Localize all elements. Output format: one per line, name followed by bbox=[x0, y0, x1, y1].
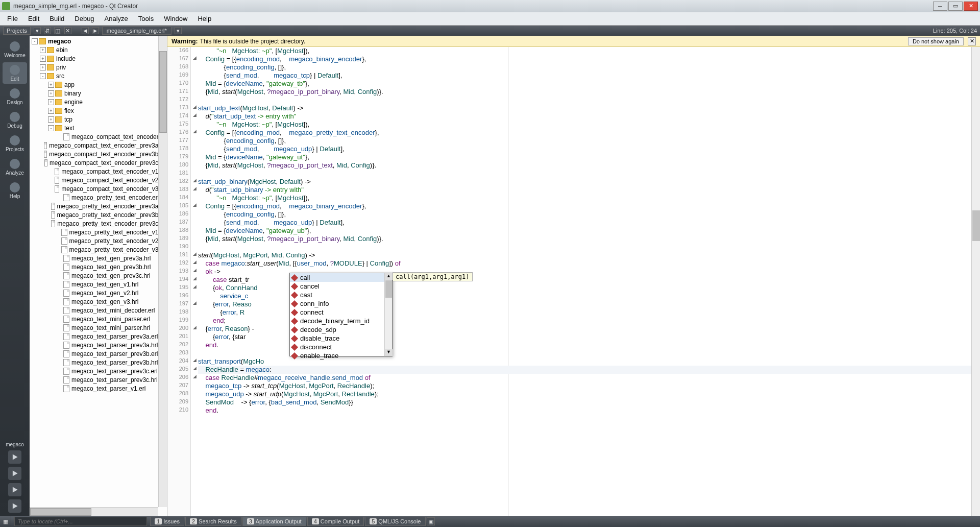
code-line[interactable]: {encoding_config, []}, bbox=[198, 210, 971, 219]
back-icon[interactable]: ◄ bbox=[82, 27, 89, 34]
tree-file[interactable]: megaco_pretty_text_encoder_prev3a.erl bbox=[30, 202, 167, 210]
tree-folder[interactable]: -megaco bbox=[30, 37, 167, 45]
filter-icon[interactable]: ▾ bbox=[34, 27, 41, 34]
expand-icon[interactable]: - bbox=[40, 73, 46, 79]
autocomplete-item[interactable]: cancel bbox=[290, 282, 392, 291]
autocomplete-scrollbar[interactable]: ▲ ▼ bbox=[384, 273, 392, 356]
tree-file[interactable]: megaco_text_mini_parser.erl bbox=[30, 315, 167, 323]
autocomplete-item[interactable]: cast bbox=[290, 291, 392, 299]
tree-file[interactable]: megaco_text_gen_prev3b.hrl bbox=[30, 262, 167, 271]
run-icon[interactable] bbox=[8, 467, 21, 480]
code-line[interactable]: {send_mod, megaco_tcp} | Default], bbox=[198, 71, 971, 80]
maximize-button[interactable]: ▭ bbox=[948, 2, 963, 11]
tree-file[interactable]: megaco_pretty_text_encoder.erl bbox=[30, 193, 167, 202]
tree-file[interactable]: megaco_text_parser_prev3b.hrl bbox=[30, 358, 167, 367]
output-tab-qml-js-console[interactable]: 5QML/JS Console bbox=[365, 517, 425, 526]
expand-icon[interactable]: - bbox=[48, 125, 54, 131]
autocomplete-item[interactable]: disconnect bbox=[290, 343, 392, 351]
tree-file[interactable]: megaco_pretty_text_encoder_v2.erl bbox=[30, 236, 167, 245]
tree-file[interactable]: megaco_compact_text_encoder_v1.erl bbox=[30, 167, 167, 176]
menu-window[interactable]: Window bbox=[159, 13, 192, 24]
debug-run-icon[interactable] bbox=[8, 483, 21, 496]
code-line[interactable]: megaco_tcp -> start_tcp(MgcHost, MgcPort… bbox=[198, 382, 971, 390]
code-line[interactable]: "~n MgcHost: ~p", [MgcHost]), bbox=[198, 47, 971, 55]
tree-folder[interactable]: +tcp bbox=[30, 115, 167, 124]
tree-file[interactable]: megaco_compact_text_encoder_v2.erl bbox=[30, 176, 167, 184]
code-line[interactable] bbox=[198, 170, 971, 178]
tree-file[interactable]: megaco_text_gen_prev3a.hrl bbox=[30, 254, 167, 262]
open-file-dropdown[interactable]: megaco_simple_mg.erl* bbox=[102, 27, 172, 35]
code-line[interactable]: {send_mod, megaco_udp} | Default], bbox=[198, 219, 971, 227]
menu-help[interactable]: Help bbox=[192, 13, 216, 24]
mode-design[interactable]: Design bbox=[3, 86, 27, 107]
tree-file[interactable]: megaco_pretty_text_encoder_v3.erl bbox=[30, 245, 167, 254]
autocomplete-popup[interactable]: ▲ ▼ callcancelcastconn_infoconnectdecode… bbox=[289, 273, 393, 356]
output-pane-toggle-icon[interactable]: ▣ bbox=[427, 517, 435, 525]
tree-folder[interactable]: -src bbox=[30, 71, 167, 80]
split-icon[interactable]: ◫ bbox=[54, 27, 61, 34]
expand-icon[interactable]: + bbox=[40, 47, 46, 53]
code-line[interactable]: RecHandle = megaco: bbox=[198, 366, 971, 374]
tree-file[interactable]: megaco_text_gen_prev3c.hrl bbox=[30, 271, 167, 280]
code-line[interactable] bbox=[198, 243, 971, 251]
forward-icon[interactable]: ► bbox=[92, 27, 99, 34]
menu-analyze[interactable]: Analyze bbox=[100, 13, 133, 24]
tree-file[interactable]: megaco_text_parser_prev3c.erl bbox=[30, 367, 167, 375]
mode-debug[interactable]: Debug bbox=[3, 109, 27, 131]
tree-file[interactable]: megaco_compact_text_encoder_v3.erl bbox=[30, 184, 167, 193]
code-line[interactable]: {send_mod, megaco_udp} | Default], bbox=[198, 145, 971, 153]
code-line[interactable]: end. bbox=[198, 406, 971, 415]
project-tree[interactable]: -megaco+ebin+include+priv-src+app+binary… bbox=[30, 36, 167, 516]
menu-tools[interactable]: Tools bbox=[133, 13, 159, 24]
code-line[interactable]: case megaco:start_user(Mid, [{user_mod, … bbox=[198, 259, 971, 268]
code-line[interactable]: Mid = {deviceName, "gateway_ub"}, bbox=[198, 227, 971, 235]
code-line[interactable]: Config = [{encoding_mod, megaco_pretty_t… bbox=[198, 129, 971, 137]
tree-file[interactable]: megaco_text_mini_decoder.erl bbox=[30, 306, 167, 315]
tree-folder[interactable]: +engine bbox=[30, 98, 167, 106]
code-line[interactable]: {Mid, start(MgcHost, ?megaco_ip_port_bin… bbox=[198, 235, 971, 243]
expand-icon[interactable]: + bbox=[40, 56, 46, 62]
mode-welcome[interactable]: Welcome bbox=[3, 39, 27, 60]
tree-file[interactable]: megaco_text_parser_prev3a.hrl bbox=[30, 341, 167, 349]
menu-file[interactable]: File bbox=[2, 13, 23, 24]
menu-build[interactable]: Build bbox=[44, 13, 69, 24]
output-tab-application-output[interactable]: 3Application Output bbox=[242, 517, 306, 526]
expand-icon[interactable]: + bbox=[48, 82, 54, 88]
code-line[interactable]: {encoding_config, []}, bbox=[198, 63, 971, 71]
code-line[interactable]: start_udp_text(MgcHost, Default) -> bbox=[198, 104, 971, 112]
minimize-button[interactable]: ─ bbox=[933, 2, 947, 11]
code-line[interactable]: Mid = {deviceName, "gateway_tb"}, bbox=[198, 80, 971, 88]
mode-analyze[interactable]: Analyze bbox=[3, 156, 27, 178]
code-line[interactable]: "~n MgcHost: ~p", [MgcHost]), bbox=[198, 121, 971, 129]
menu-debug[interactable]: Debug bbox=[69, 13, 99, 24]
close-pane-icon[interactable]: ✕ bbox=[64, 27, 71, 34]
code-line[interactable]: start_udp_binary(MgcHost, Default) -> bbox=[198, 178, 971, 186]
expand-icon[interactable]: - bbox=[32, 38, 38, 44]
tree-folder[interactable]: +ebin bbox=[30, 45, 167, 54]
autocomplete-item[interactable]: decode_sdp bbox=[290, 325, 392, 334]
tree-folder[interactable]: +binary bbox=[30, 89, 167, 98]
tree-file[interactable]: megaco_pretty_text_encoder_prev3b.erl bbox=[30, 210, 167, 219]
code-line[interactable]: case RecHandle#megaco_receive_handle.sen… bbox=[198, 374, 971, 382]
menu-edit[interactable]: Edit bbox=[23, 13, 44, 24]
sync-icon[interactable]: ⇵ bbox=[44, 27, 51, 34]
tree-file[interactable]: megaco_text_parser_prev3c.hrl bbox=[30, 375, 167, 384]
code-line[interactable]: {encoding_config, []}, bbox=[198, 137, 971, 145]
code-line[interactable]: "~n MgcHost: ~p", [MgcHost]), bbox=[198, 194, 971, 202]
expand-icon[interactable]: + bbox=[48, 99, 54, 105]
tree-scrollbar-vertical[interactable] bbox=[158, 36, 167, 507]
code-line[interactable]: Config = [{encoding_mod, megaco_binary_e… bbox=[198, 55, 971, 63]
tree-folder[interactable]: +flex bbox=[30, 106, 167, 115]
autocomplete-item[interactable]: decode_binary_term_id bbox=[290, 317, 392, 325]
code-line[interactable]: {Mid, start(MgcHost, ?megaco_ip_port_bin… bbox=[198, 88, 971, 96]
code-line[interactable]: Mid = {deviceName, "gateway_ut"}, bbox=[198, 153, 971, 161]
autocomplete-item[interactable]: conn_info bbox=[290, 299, 392, 308]
mode-help[interactable]: Help bbox=[3, 180, 27, 201]
editor-scrollbar-vertical[interactable] bbox=[971, 47, 980, 516]
tree-file[interactable]: megaco_text_gen_v3.hrl bbox=[30, 297, 167, 306]
tree-file[interactable]: megaco_text_parser_prev3b.erl bbox=[30, 349, 167, 358]
code-editor[interactable]: 1661671681691701711721731741751761771781… bbox=[167, 47, 980, 516]
tree-folder[interactable]: +app bbox=[30, 80, 167, 89]
code-line[interactable]: start(MgcHost, MgcPort, Mid, Config) -> bbox=[198, 251, 971, 259]
expand-icon[interactable]: + bbox=[48, 108, 54, 114]
